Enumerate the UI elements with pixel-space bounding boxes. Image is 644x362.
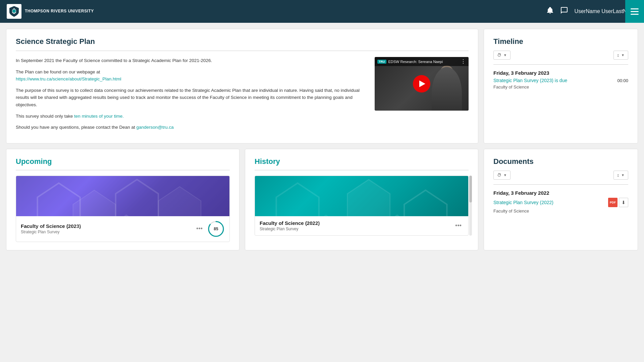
strategic-plan-link[interactable]: https://www.tru.ca/science/about/Strateg… [16,76,121,81]
history-survey-card[interactable]: Faculty of Science (2022) Strategic Plan… [255,176,469,236]
documents-divider [493,184,628,185]
history-survey-thumbnail [255,176,468,216]
doc-filter-chevron-icon: ▼ [503,173,507,177]
history-divider [255,170,469,170]
doc-item-subtitle: Faculty of Science [493,208,628,214]
video-thumbnail[interactable]: TRU EDSW Research: Sereana Naepi ⋮ [375,57,469,111]
documents-filter-row: ⏱ ▼ ↕ ▼ [493,171,628,180]
doc-icons-group: PDF ⬇ [608,198,628,207]
timeline-card: Timeline ⏱ ▼ ↕ ▼ Friday, 3 February 2023… [484,29,638,143]
main-content: Science Strategic Plan In September 2021… [0,23,644,256]
doc-clock-icon: ⏱ [497,173,501,178]
documents-card: Documents ⏱ ▼ ↕ ▼ Friday, 3 February 202… [484,149,638,250]
timeline-title: Timeline [493,37,628,46]
hamburger-menu-button[interactable] [625,0,644,23]
contact-email-link[interactable]: ganderson@tru.ca [137,125,174,130]
bottom-left-section: Upcoming Faculty of Sci [6,149,478,250]
history-scroll-wrapper: Faculty of Science (2022) Strategic Plan… [255,176,469,236]
upcoming-survey-card[interactable]: Faculty of Science (2023) Strategic Plan… [16,176,230,242]
svg-marker-5 [23,219,66,242]
science-para-2: The Plan can be found on our webpage at … [16,68,367,83]
timeline-filter-button[interactable]: ⏱ ▼ [493,51,511,60]
history-scrollbar-thumb [469,176,472,202]
science-para-3: The purpose of this survey is to collect… [16,87,367,109]
progress-value: 85 [214,227,218,231]
svg-marker-4 [158,187,201,242]
svg-marker-13 [305,215,347,235]
science-para-5: Should you have any questions, please co… [16,124,367,131]
filter-chevron-icon: ▼ [503,53,507,57]
documents-sort-button[interactable]: ↕ ▼ [613,171,628,180]
science-strategic-plan-card: Science Strategic Plan In September 2021… [6,29,478,143]
timeline-event-time: 00:00 [617,78,628,83]
science-card-content: In September 2021 the Faculty of Science… [16,57,469,135]
download-icon[interactable]: ⬇ [619,198,628,207]
timeline-divider [493,64,628,65]
upcoming-title: Upcoming [16,157,230,166]
chat-icon[interactable] [560,6,568,16]
progress-circle: 85 [207,220,225,238]
sort-chevron-icon: ▼ [621,53,625,57]
pdf-icon[interactable]: PDF [608,198,618,207]
university-name: THOMPSON RIVERS UNIVERSITY [25,9,94,14]
doc-item-title[interactable]: Strategic Plan Survey (2022) PDF ⬇ [493,198,628,207]
science-card-divider [16,51,469,51]
video-top-bar: TRU EDSW Research: Sereana Naepi ⋮ [375,57,469,66]
hex-pattern-svg [16,176,229,242]
upcoming-survey-thumbnail [16,176,229,216]
timeline-event-title[interactable]: Strategic Plan Survey (2023) is due 00:0… [493,78,628,83]
notification-icon[interactable] [546,6,554,16]
science-card-title: Science Strategic Plan [16,37,469,46]
science-card-text: In September 2021 the Faculty of Science… [16,57,367,135]
timeline-sort-button[interactable]: ↕ ▼ [613,51,628,60]
science-para-1: In September 2021 the Faculty of Science… [16,57,367,64]
play-button[interactable] [413,75,430,93]
doc-date: Friday, 3 February 2022 [493,190,628,196]
ten-minutes-link[interactable]: ten minutes of your time. [74,114,124,119]
tru-video-badge: TRU [377,60,386,64]
sort-icon: ↕ [617,53,620,58]
svg-point-0 [12,9,16,13]
history-card: History Faculty [245,149,478,250]
history-title: History [255,157,469,166]
hamburger-icon [631,8,639,15]
documents-filter-button[interactable]: ⏱ ▼ [493,171,511,180]
documents-title: Documents [493,157,628,166]
doc-sort-chevron-icon: ▼ [621,173,625,177]
header-right: UserName UserLastName [546,6,637,16]
history-hex-pattern-svg [255,176,468,236]
doc-sort-icon: ↕ [617,173,620,178]
science-para-4: This survey should only take ten minutes… [16,113,367,120]
timeline-date: Friday, 3 February 2023 [493,70,628,76]
history-scrollbar-track [469,176,472,236]
header: THOMPSON RIVERS UNIVERSITY UserName User… [0,0,644,23]
video-title: EDSW Research: Sereana Naepi [388,60,443,64]
timeline-filter-row: ⏱ ▼ ↕ ▼ [493,51,628,60]
upcoming-card: Upcoming Faculty of Sci [6,149,239,250]
video-dots-btn[interactable]: ⋮ [461,58,466,65]
timeline-event-subtitle: Faculty of Science [493,84,628,89]
tru-logo-svg [8,5,20,17]
clock-icon: ⏱ [497,53,501,58]
logo-area: THOMPSON RIVERS UNIVERSITY [7,4,94,19]
logo-shield [7,4,21,19]
upcoming-divider [16,170,230,170]
